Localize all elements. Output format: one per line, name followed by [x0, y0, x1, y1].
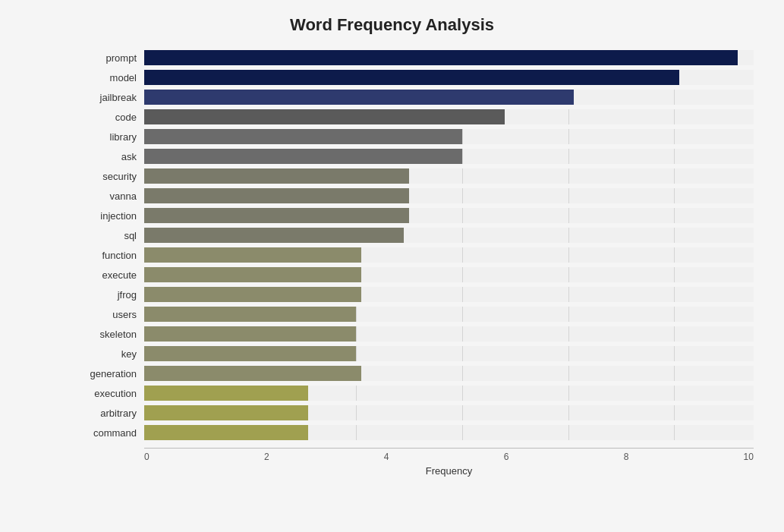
bar-fill	[144, 208, 409, 223]
bar-track	[144, 70, 754, 85]
bar-row: arbitrary	[76, 404, 754, 422]
bar-row: sql	[76, 226, 754, 244]
bar-track	[144, 129, 754, 144]
bar-row: library	[76, 127, 754, 146]
bar-label: arbitrary	[76, 408, 144, 419]
bar-row: skeleton	[76, 325, 754, 343]
bar-label: generation	[76, 368, 144, 379]
bar-row: ask	[76, 147, 754, 165]
bar-label: jfrog	[76, 289, 144, 301]
bar-track	[144, 346, 754, 361]
bar-row: command	[76, 423, 754, 442]
bar-fill	[144, 188, 409, 203]
bar-label: ask	[76, 151, 144, 162]
bar-row: injection	[76, 206, 754, 225]
bar-track	[144, 228, 754, 243]
bar-track	[144, 247, 754, 263]
bar-track	[144, 386, 754, 401]
bar-fill	[144, 90, 574, 105]
bar-track	[144, 90, 754, 105]
bar-track	[144, 307, 754, 322]
bar-row: jailbreak	[76, 88, 754, 106]
bars-area: promptmodeljailbreakcodelibraryasksecuri…	[76, 49, 754, 443]
bar-fill	[144, 346, 356, 361]
bar-fill	[144, 70, 679, 85]
bar-track	[144, 366, 754, 381]
bar-label: command	[76, 427, 144, 439]
x-tick-label: 6	[504, 452, 509, 462]
bar-row: jfrog	[76, 285, 754, 304]
bar-row: generation	[76, 364, 754, 382]
bar-track	[144, 188, 754, 203]
bar-row: code	[76, 108, 754, 126]
bar-track	[144, 149, 754, 164]
x-tick-label: 0	[144, 452, 150, 462]
bar-label: function	[76, 250, 144, 261]
bar-label: jailbreak	[76, 92, 144, 103]
x-tick-label: 8	[624, 452, 629, 462]
bar-row: function	[76, 246, 754, 264]
bar-track	[144, 208, 754, 223]
bar-label: model	[76, 72, 144, 83]
bar-label: key	[76, 348, 144, 360]
bar-row: users	[76, 305, 754, 323]
bar-label: injection	[76, 210, 144, 222]
x-tick-label: 10	[744, 452, 754, 462]
bar-label: users	[76, 309, 144, 320]
bar-track	[144, 326, 754, 342]
bar-fill	[144, 149, 462, 164]
bar-row: model	[76, 68, 754, 87]
bar-track	[144, 267, 754, 282]
x-axis-label: Frequency	[144, 465, 754, 477]
bar-label: library	[76, 131, 144, 143]
bar-fill	[144, 326, 356, 342]
x-tick-label: 4	[384, 452, 389, 462]
bar-row: security	[76, 167, 754, 185]
bar-label: prompt	[76, 52, 144, 64]
bar-fill	[144, 168, 409, 184]
x-axis: 0246810 Frequency	[144, 448, 754, 477]
x-ticks: 0246810	[144, 452, 754, 462]
bar-fill	[144, 366, 361, 381]
bar-fill	[144, 287, 361, 302]
bar-track	[144, 168, 754, 184]
bar-fill	[144, 307, 356, 322]
bar-fill	[144, 405, 308, 420]
bar-fill	[144, 50, 738, 65]
bar-label: vanna	[76, 190, 144, 202]
bar-label: skeleton	[76, 329, 144, 340]
bar-track	[144, 287, 754, 302]
bar-fill	[144, 425, 308, 440]
bar-fill	[144, 267, 361, 282]
bar-track	[144, 50, 754, 65]
chart-container: Word Frequency Analysis promptmodeljailb…	[0, 0, 784, 532]
bar-row: execute	[76, 266, 754, 284]
bar-fill	[144, 386, 308, 401]
bar-track	[144, 405, 754, 420]
bar-label: execute	[76, 269, 144, 281]
bar-label: code	[76, 112, 144, 123]
bar-track	[144, 109, 754, 124]
bar-track	[144, 425, 754, 440]
bar-row: execution	[76, 384, 754, 402]
chart-title: Word Frequency Analysis	[30, 15, 754, 35]
bar-label: sql	[76, 230, 144, 241]
bar-label: security	[76, 171, 144, 182]
bar-row: vanna	[76, 187, 754, 205]
bar-row: prompt	[76, 49, 754, 67]
x-tick-label: 2	[264, 452, 269, 462]
bar-label: execution	[76, 388, 144, 399]
bar-fill	[144, 247, 361, 263]
bar-fill	[144, 129, 462, 144]
bar-row: key	[76, 345, 754, 363]
bar-fill	[144, 228, 404, 243]
bar-fill	[144, 109, 505, 124]
